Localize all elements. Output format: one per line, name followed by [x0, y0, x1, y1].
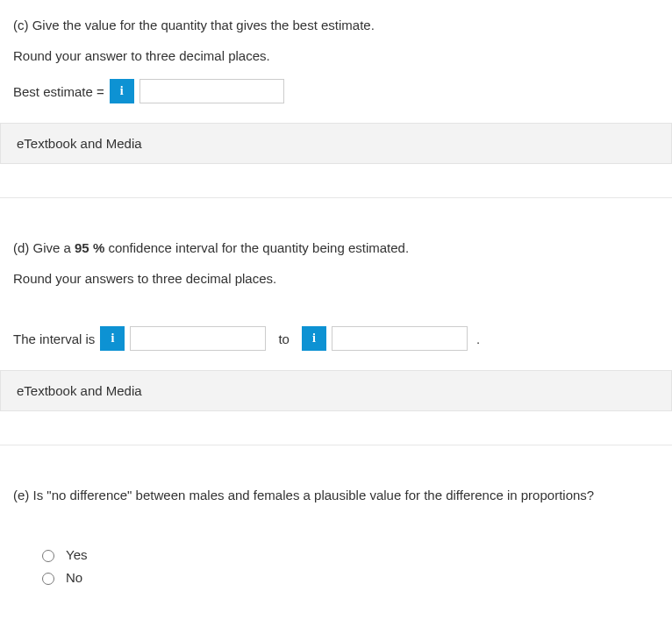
- part-c-prompt: (c) Give the value for the quantity that…: [13, 16, 659, 34]
- part-d-prompt-bold: 95 %: [75, 240, 104, 255]
- radio-yes-input[interactable]: [42, 550, 54, 562]
- part-c-sub: Round your answer to three decimal place…: [13, 48, 659, 63]
- part-d-prompt-suffix: confidence interval for the quantity bei…: [104, 240, 409, 255]
- radio-group: Yes No: [13, 534, 659, 588]
- best-estimate-input[interactable]: [139, 79, 284, 103]
- part-d-sub: Round your answers to three decimal plac…: [13, 271, 659, 286]
- radio-no-input[interactable]: [42, 573, 54, 585]
- best-estimate-label: Best estimate =: [13, 84, 104, 99]
- part-d-prompt-prefix: (d) Give a: [13, 240, 75, 255]
- interval-lower-input[interactable]: [130, 326, 266, 351]
- part-c: (c) Give the value for the quantity that…: [0, 16, 672, 103]
- etextbook-button[interactable]: eTextbook and Media: [0, 123, 672, 164]
- part-d: (d) Give a 95 % confidence interval for …: [0, 239, 672, 351]
- period-text: .: [476, 331, 480, 346]
- part-e: (e) Is "no difference" between males and…: [0, 486, 672, 588]
- radio-option-no[interactable]: No: [38, 566, 659, 588]
- radio-option-yes[interactable]: Yes: [38, 543, 659, 566]
- radio-no-label: No: [66, 570, 82, 585]
- interval-label: The interval is: [13, 331, 95, 346]
- part-c-input-row: Best estimate = i: [13, 79, 659, 103]
- interval-upper-input[interactable]: [332, 326, 468, 351]
- part-d-prompt: (d) Give a 95 % confidence interval for …: [13, 239, 659, 257]
- info-icon[interactable]: i: [100, 326, 125, 351]
- radio-yes-label: Yes: [66, 547, 87, 562]
- info-icon[interactable]: i: [110, 79, 134, 103]
- info-icon[interactable]: i: [302, 326, 326, 351]
- to-label: to: [278, 331, 290, 346]
- part-d-input-row: The interval is i to i .: [13, 326, 659, 351]
- part-e-prompt: (e) Is "no difference" between males and…: [13, 486, 659, 504]
- etextbook-button[interactable]: eTextbook and Media: [0, 370, 672, 411]
